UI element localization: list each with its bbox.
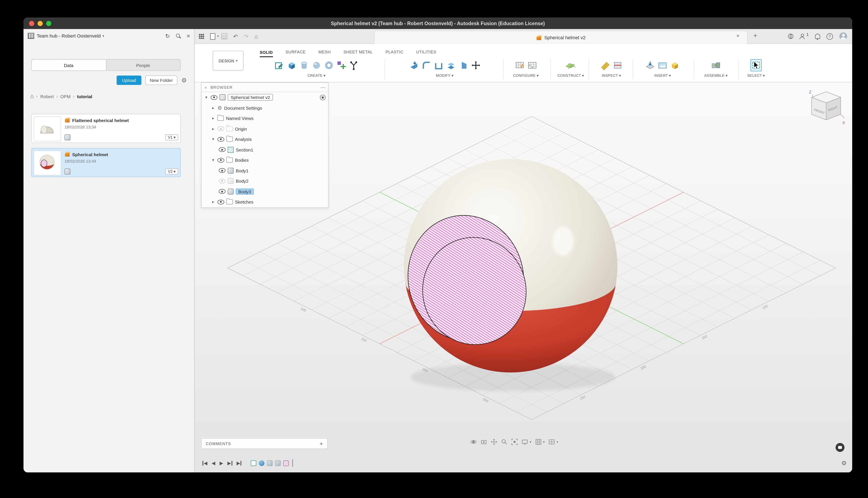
job-status-icon[interactable] bbox=[788, 34, 793, 39]
configure-button[interactable] bbox=[514, 59, 525, 71]
group-label-inspect[interactable]: INSPECT ▾ bbox=[602, 74, 621, 78]
viewports-icon[interactable] bbox=[548, 439, 555, 445]
browser-item-label[interactable]: Spherical helmet v2 bbox=[228, 94, 273, 101]
browser-item-label[interactable]: Body1 bbox=[236, 168, 248, 173]
browser-item-label[interactable]: Section1 bbox=[236, 147, 253, 152]
group-label-modify[interactable]: MODIFY ▾ bbox=[436, 74, 454, 78]
browser-row-origin[interactable]: ▸ Origin bbox=[202, 123, 328, 134]
browser-item-label[interactable]: Analysis bbox=[235, 137, 252, 142]
breadcrumb-robert[interactable]: Robert bbox=[40, 94, 54, 99]
measure-button[interactable] bbox=[600, 59, 611, 71]
3d-canvas[interactable]: 100 150 200 250 100 150 200 250 bbox=[195, 82, 852, 472]
pattern-button[interactable] bbox=[336, 59, 347, 71]
tab-people[interactable]: People bbox=[106, 60, 180, 70]
press-pull-button[interactable] bbox=[408, 59, 419, 71]
browser-row-document-settings[interactable]: ▸ ⚙ Document Settings bbox=[202, 103, 328, 113]
timeline-sketch-feature[interactable] bbox=[251, 460, 256, 466]
new-folder-button[interactable]: New Folder bbox=[145, 76, 178, 85]
timeline-playhead[interactable] bbox=[292, 459, 293, 467]
eye-icon[interactable] bbox=[217, 137, 224, 142]
derive-button[interactable] bbox=[348, 59, 359, 71]
browser-row-sketches[interactable]: ▸ Sketches bbox=[202, 197, 328, 207]
group-label-configure[interactable]: CONFIGURE ▾ bbox=[513, 74, 539, 78]
chevron-down-icon[interactable]: ▾ bbox=[211, 158, 215, 162]
timeline-step-back-button[interactable]: ◀ bbox=[212, 461, 215, 466]
timeline-sphere-feature[interactable] bbox=[259, 460, 265, 466]
tab-utilities[interactable]: UTILITIES bbox=[416, 50, 436, 57]
close-window-button[interactable] bbox=[29, 21, 34, 26]
browser-item-label[interactable]: Named Views bbox=[226, 116, 254, 121]
cylinder-button[interactable] bbox=[298, 59, 310, 71]
tab-plastic[interactable]: PLASTIC bbox=[385, 50, 403, 57]
close-panel-icon[interactable]: × bbox=[187, 33, 190, 39]
tab-mesh[interactable]: MESH bbox=[318, 50, 331, 57]
app-grid-icon[interactable] bbox=[199, 34, 204, 39]
timeline-go-end-button[interactable]: ▶ bbox=[237, 461, 242, 466]
refresh-icon[interactable]: ↻ bbox=[165, 33, 170, 39]
browser-row-body3[interactable]: Body3 bbox=[202, 186, 328, 197]
eye-icon[interactable] bbox=[219, 168, 226, 173]
user-avatar[interactable] bbox=[839, 32, 847, 40]
browser-item-label[interactable]: Origin bbox=[235, 126, 247, 131]
save-icon[interactable] bbox=[221, 33, 227, 39]
zoom-window-button[interactable] bbox=[46, 21, 51, 26]
chevron-right-icon[interactable]: ▸ bbox=[211, 116, 215, 120]
group-label-insert[interactable]: INSERT ▾ bbox=[654, 74, 671, 78]
eye-icon[interactable] bbox=[210, 95, 217, 100]
timeline-go-start-button[interactable]: ◀ bbox=[203, 461, 207, 466]
browser-row-body2[interactable]: Body2 bbox=[202, 176, 328, 186]
help-icon[interactable]: ? bbox=[827, 33, 833, 39]
create-sketch-button[interactable] bbox=[274, 59, 285, 71]
move-copy-button[interactable] bbox=[470, 59, 481, 71]
browser-row-named-views[interactable]: ▸ Named Views bbox=[202, 113, 328, 123]
breadcrumb-tutorial[interactable]: tutorial bbox=[77, 94, 92, 99]
notifications-icon[interactable] bbox=[815, 34, 820, 39]
chevron-down-icon[interactable]: ▾ bbox=[211, 137, 215, 142]
title-bar[interactable]: Spherical helmet v2 (Team hub - Robert O… bbox=[24, 17, 852, 29]
canvas-image-button[interactable] bbox=[657, 59, 668, 71]
zoom-icon[interactable] bbox=[501, 439, 508, 445]
upload-button[interactable]: Upload bbox=[117, 76, 141, 85]
minimize-panel-icon[interactable]: — bbox=[321, 85, 325, 90]
view-cube[interactable]: Z FRONT RIGHT X bbox=[803, 85, 847, 134]
display-settings-icon[interactable] bbox=[522, 439, 528, 445]
offset-face-button[interactable] bbox=[445, 59, 457, 71]
browser-item-label-selected[interactable]: Body3 bbox=[236, 188, 254, 195]
tab-sheet-metal[interactable]: SHEET METAL bbox=[343, 50, 373, 57]
file-card-spherical-helmet[interactable]: Spherical helmet 18/02/2026 13:49 V2 ▾ bbox=[31, 148, 181, 177]
insert-mcmaster-button[interactable] bbox=[669, 59, 680, 71]
browser-row-body1[interactable]: Body1 bbox=[202, 165, 328, 176]
chevron-down-icon[interactable]: ▾ bbox=[204, 95, 208, 100]
version-dropdown[interactable]: V1 ▾ bbox=[165, 134, 178, 140]
collapse-panel-icon[interactable]: « bbox=[205, 85, 207, 90]
collaborators-icon[interactable] bbox=[800, 34, 805, 39]
eye-hidden-icon[interactable] bbox=[217, 127, 224, 131]
group-label-assemble[interactable]: ASSEMBLE ▾ bbox=[704, 74, 728, 78]
timeline-section-feature[interactable] bbox=[283, 460, 289, 466]
orbit-icon[interactable] bbox=[470, 439, 477, 445]
sphere-button[interactable] bbox=[311, 59, 322, 71]
eye-icon[interactable] bbox=[219, 189, 226, 194]
eye-hidden-icon[interactable] bbox=[219, 179, 226, 183]
file-card-flattened-spherical-helmet[interactable]: Flattened spherical helmet 18/02/2026 13… bbox=[31, 114, 181, 143]
close-tab-icon[interactable]: × bbox=[737, 33, 739, 38]
breadcrumb-opm[interactable]: OPM bbox=[60, 94, 71, 99]
browser-item-label[interactable]: Document Settings bbox=[224, 105, 262, 110]
fillet-button[interactable] bbox=[421, 59, 432, 71]
browser-row-section1[interactable]: Section1 bbox=[202, 144, 328, 155]
document-tab[interactable]: Spherical helmet v2 bbox=[374, 31, 748, 44]
version-dropdown[interactable]: V2 ▾ bbox=[165, 169, 178, 174]
browser-row-bodies[interactable]: ▾ Bodies bbox=[202, 155, 328, 165]
redo-icon[interactable]: ↷ bbox=[244, 34, 248, 39]
construct-plane-button[interactable] bbox=[565, 59, 576, 71]
section-analysis-button[interactable] bbox=[612, 59, 623, 71]
timeline-step-forward-button[interactable]: ▶ bbox=[228, 461, 232, 466]
add-comment-icon[interactable]: + bbox=[320, 441, 323, 447]
home-view-icon[interactable]: ⌂ bbox=[255, 34, 258, 39]
timeline-body-feature[interactable] bbox=[267, 460, 273, 466]
search-icon[interactable] bbox=[176, 34, 181, 38]
activate-component-radio[interactable] bbox=[320, 95, 326, 100]
browser-item-label[interactable]: Bodies bbox=[235, 158, 248, 163]
browser-row-analysis[interactable]: ▾ Analysis bbox=[202, 134, 328, 144]
box-button[interactable] bbox=[286, 59, 297, 71]
